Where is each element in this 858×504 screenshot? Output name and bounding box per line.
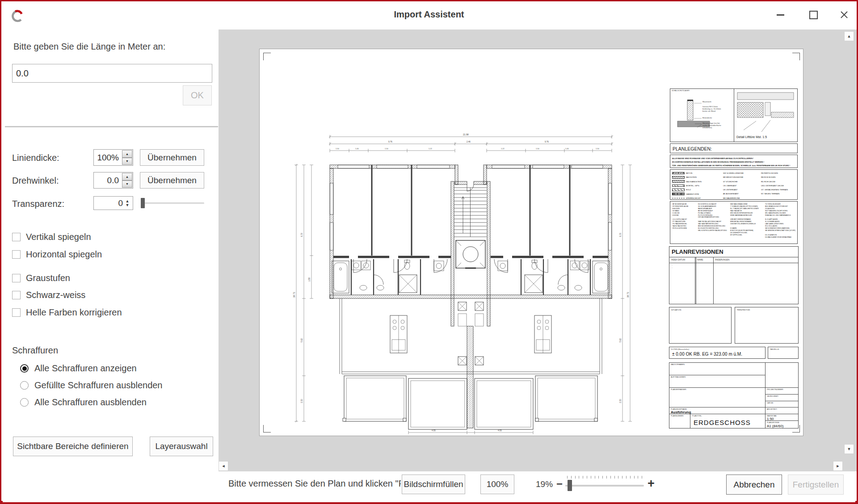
transparency-arrows[interactable]: ▲▼ [124,197,131,210]
svg-text:1.50: 1.50 [536,147,540,150]
ok-button[interactable]: OK [183,85,212,105]
cancel-button[interactable]: Abbrechen [726,475,782,495]
finish-button[interactable]: Fertigstellen [788,475,844,495]
length-input[interactable] [12,64,212,83]
legend-title-bar: PLANLEGENDEN: [670,143,798,153]
grayscale-label: Graustufen [26,273,70,283]
legend-notes-text: ALLE MASSE SIND ROHMASSE UND VOM UNTERNE… [672,157,790,168]
mirror-vertical-checkbox[interactable] [12,233,21,241]
line-thickness-up-button[interactable]: ▲ [122,150,132,158]
parzelle-box: PARZELLE: [768,347,799,359]
hide-filled-hatching-radio[interactable] [20,381,29,390]
line-thickness-down-button[interactable]: ▼ [122,158,132,165]
transparency-slider-track[interactable] [143,202,204,204]
show-all-hatching-label: Alle Schraffuren anzeigen [34,363,137,374]
zoom-slider-thumb[interactable] [568,480,572,491]
line-thickness-label: Liniendicke: [12,153,59,163]
plan-title-value: ERDGESCHOSS [694,419,751,426]
zoom-out-button[interactable]: − [556,478,563,490]
wall-detail-drawing [670,89,734,142]
zoom-value: 19% [536,479,553,489]
status-text: Bitte vermessen Sie den Plan und klicken… [228,479,401,489]
define-visible-areas-button[interactable]: Sichtbare Bereiche definieren [13,437,133,456]
svg-text:9.76: 9.76 [388,141,392,143]
svg-text:4.55: 4.55 [432,429,436,432]
bath-partitions [351,259,590,295]
lift-door-detail-drawing [735,89,797,142]
separator [5,126,218,127]
legend-notes: ALLE MASSE SIND ROHMASSE UND VOM UNTERNE… [670,155,798,168]
hide-all-hatching-radio[interactable] [20,398,29,407]
black-white-checkbox[interactable] [12,291,21,299]
line-thickness-spinner[interactable]: 100% ▲▼ [93,149,133,166]
app-logo-icon [11,8,24,24]
titlebar: Import Assistent [3,3,855,26]
scroll-up-button[interactable]: ▲ [844,31,854,41]
svg-text:21.98: 21.98 [463,133,469,136]
length-prompt: Bitte geben Sie die Länge in Meter an: [13,42,165,52]
staircase [454,188,487,237]
minimize-icon [777,14,784,16]
scroll-down-button[interactable]: ▼ [844,444,854,454]
close-button[interactable] [837,7,852,22]
legend-title: PLANLEGENDEN: [673,146,712,151]
abbr-column-1: BF BODENFLÄCHE FF FENSTERFLÄCHE B BODEN … [673,203,688,230]
svg-text:1.50: 1.50 [385,147,389,150]
maximize-button[interactable] [805,7,820,22]
transparency-label: Transparenz: [12,199,64,209]
hatching-section-title: Schraffuren [12,345,58,356]
grayscale-checkbox[interactable] [12,274,21,282]
transparency-slider-thumb[interactable] [141,198,145,208]
abbr-column-3: WM WASCHMASCHINE T TUMBLER (RAUMLUFTTROC… [730,203,759,236]
window-title: Import Assistent [3,3,855,26]
layer-selection-button[interactable]: Layerauswahl [150,437,213,456]
fit-screen-button[interactable]: Bildschirmfüllen [402,475,465,494]
heights-column: SW SCHWELLENHÖHE BR BRÜSTUNGSHÖHE ST STU… [723,171,744,200]
svg-text:2.33: 2.33 [619,399,622,403]
perspective-box: PERSPEKTIVE: [735,307,799,344]
detail-caption: Detail Lifttüre Mst. 1:5 [736,135,767,139]
hide-all-hatching-label: Alle Schraffuren ausblenden [34,397,147,407]
svg-text:1.40: 1.40 [355,147,359,150]
transparency-spinner[interactable]: 0 ▲▼ [93,196,133,210]
zoom-in-button[interactable]: + [648,477,655,491]
svg-text:4.55: 4.55 [498,429,502,432]
svg-text:1.50: 1.50 [336,147,340,150]
show-all-hatching-radio[interactable] [20,364,29,373]
detail-label: Betondecke [702,117,712,119]
elevator [456,240,485,268]
svg-text:2.33: 2.33 [301,399,303,403]
abbr-column-2: KS KONTROLLSCHACHT SS SCHLAMMSAMMLER BA … [698,203,727,232]
minimize-button[interactable] [773,7,788,22]
scroll-right-button[interactable]: ► [833,461,843,471]
hide-filled-hatching-label: Gefüllte Schraffuren ausblenden [34,380,163,391]
svg-text:1.50: 1.50 [596,147,600,150]
rotation-down-button[interactable]: ▼ [122,181,132,188]
black-white-label: Schwarz-weiss [26,290,85,300]
rotation-up-button[interactable]: ▲ [122,173,132,181]
svg-text:16.71: 16.71 [293,292,295,298]
svg-text:16.71: 16.71 [627,292,629,298]
svg-text:6.76: 6.76 [301,233,303,237]
situation-box: SITUATION: [669,307,732,344]
plan-revisions-box: PLANREVISIONEN INDEX DATUM: NAME: ÄNDERU… [669,246,799,304]
light-colors-checkbox[interactable] [12,308,21,317]
legend-detail-box: SCHALLSCHUTZLAGER Mauerwerk Isonova NS 3… [670,88,798,142]
apply-line-thickness-button[interactable]: Übernehmen [140,149,204,166]
apply-rotation-button[interactable]: Übernehmen [140,172,204,189]
import-assistant-window: Import Assistent Bitte geben Sie die Län… [0,0,858,504]
title-block: BAUVORHABEN: AUFTRAGGEBER: PLANVERFASSER… [669,362,799,428]
mirror-horizontal-label: Horizontal spiegeln [26,249,102,260]
zoom-100-button[interactable]: 100% [480,475,514,494]
zoom-slider-track[interactable] [565,485,644,487]
svg-text:6.76: 6.76 [619,233,622,237]
partitions [372,165,570,256]
doors [353,185,588,285]
plan-sheet: 21.98 9.76 2.46 9.76 1.50 1.40 1.50 1.22… [259,49,803,436]
scroll-left-button[interactable]: ◄ [219,461,228,471]
mirror-horizontal-checkbox[interactable] [12,250,21,259]
rotation-spinner[interactable]: 0.0 ▲▼ [93,172,133,189]
levels-column: FB FERTIG BODEN RB ROH BODEN RD ROH DECK… [761,171,788,196]
svg-text:9.76: 9.76 [545,141,549,143]
svg-text:1.40: 1.40 [565,147,569,150]
